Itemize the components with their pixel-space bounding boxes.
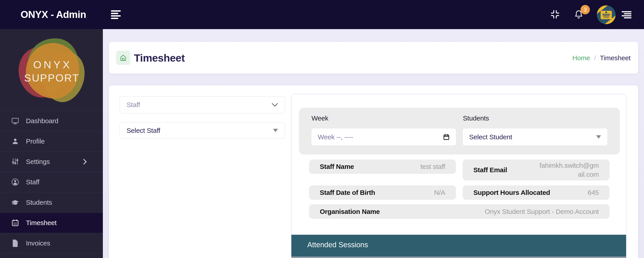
attended-sessions-header: Attended Sessions bbox=[291, 235, 626, 257]
home-icon bbox=[119, 54, 127, 62]
staff-email-value: fahimkh.switch@gmail.com bbox=[539, 161, 599, 179]
sliders-icon bbox=[11, 158, 19, 166]
sidebar-item-label: Invoices bbox=[26, 239, 50, 247]
person-icon bbox=[11, 137, 19, 145]
sidebar-item-label: Dashboard bbox=[26, 117, 58, 125]
content-area: Timesheet Home / Timesheet Staff Select … bbox=[103, 29, 644, 258]
page-header-card: Timesheet Home / Timesheet bbox=[109, 41, 638, 74]
sidebar-toggle-icon[interactable] bbox=[111, 10, 121, 19]
select-staff-dropdown[interactable]: Select Staff bbox=[120, 122, 285, 139]
select-student-dropdown[interactable]: Select Student bbox=[463, 128, 607, 145]
sidebar-item-profile[interactable]: Profile bbox=[0, 131, 103, 151]
week-input-placeholder: Week --, ---- bbox=[318, 133, 353, 141]
sidebar-item-settings[interactable]: Settings bbox=[0, 151, 103, 172]
week-students-filter-panel: Week Week --, ---- Students Select Stude… bbox=[299, 108, 620, 155]
organisation-name-row: Organisation Name Onyx Student Support -… bbox=[309, 204, 610, 219]
staff-dob-label: Staff Date of Birth bbox=[320, 189, 375, 196]
sidebar-item-staff[interactable]: Staff bbox=[0, 172, 103, 192]
organisation-name-label: Organisation Name bbox=[320, 208, 380, 215]
sidebar-item-timesheet[interactable]: Timesheet bbox=[0, 212, 103, 233]
logo-text-line1: ONYX bbox=[31, 58, 72, 71]
sidebar-item-invoices[interactable]: Invoices bbox=[0, 233, 103, 253]
staff-email-row: Staff Email fahimkh.switch@gmail.com bbox=[463, 160, 610, 181]
staff-email-label: Staff Email bbox=[474, 166, 507, 174]
file-icon bbox=[11, 239, 19, 247]
staff-select-placeholder: Staff bbox=[126, 101, 140, 109]
graduation-cap-icon bbox=[11, 198, 19, 206]
attended-sessions-title: Attended Sessions bbox=[307, 240, 368, 249]
page-title: Timesheet bbox=[134, 42, 185, 74]
sidebar-item-label: Staff bbox=[26, 178, 39, 186]
logo-text-line2: SUPPORT bbox=[24, 72, 80, 84]
breadcrumb-home-link[interactable]: Home bbox=[572, 54, 590, 62]
week-date-input[interactable]: Week --, ---- bbox=[312, 128, 456, 145]
account-circle-icon bbox=[11, 178, 19, 186]
caret-down-icon bbox=[273, 129, 278, 132]
notification-count-badge[interactable]: 3 bbox=[580, 5, 590, 14]
staff-name-row: Staff Name test staff bbox=[309, 160, 456, 174]
sidebar-item-label: Settings bbox=[26, 158, 50, 166]
caret-down-icon bbox=[596, 135, 601, 139]
staff-type-select[interactable]: Staff bbox=[120, 96, 285, 113]
sidebar-item-label: Students bbox=[26, 199, 52, 206]
staff-dob-value: N/A bbox=[434, 189, 445, 196]
support-hours-row: Support Hours Allocated 645 bbox=[463, 185, 610, 200]
calendar-icon bbox=[11, 219, 19, 227]
fullscreen-compress-icon[interactable] bbox=[550, 10, 560, 19]
sidebar-item-dashboard[interactable]: Dashboard bbox=[0, 111, 103, 131]
breadcrumb: Home / Timesheet bbox=[572, 42, 630, 74]
support-hours-value: 645 bbox=[588, 189, 599, 196]
select-staff-value: Select Staff bbox=[126, 127, 160, 134]
sidebar-item-label: Profile bbox=[26, 138, 45, 145]
home-icon-button[interactable] bbox=[116, 51, 130, 65]
settings-menu-icon[interactable] bbox=[622, 11, 632, 18]
onyx-support-logo: ONYX SUPPORT bbox=[18, 38, 84, 105]
sidebar-nav: Dashboard Profile Settings bbox=[0, 111, 103, 253]
sidebar-item-students[interactable]: Students bbox=[0, 192, 103, 212]
breadcrumb-current: Timesheet bbox=[600, 54, 630, 62]
support-hours-label: Support Hours Allocated bbox=[474, 189, 550, 196]
staff-details-panel: Week Week --, ---- Students Select Stude… bbox=[291, 94, 626, 258]
app-title: ONYX - Admin bbox=[20, 0, 86, 29]
monitor-icon bbox=[11, 117, 19, 125]
organisation-name-value: Onyx Student Support - Demo Account bbox=[485, 208, 599, 215]
staff-dob-row: Staff Date of Birth N/A bbox=[309, 185, 456, 200]
select-student-value: Select Student bbox=[469, 133, 512, 141]
chevron-down-icon bbox=[272, 103, 278, 107]
staff-name-label: Staff Name bbox=[320, 163, 354, 170]
breadcrumb-separator: / bbox=[594, 54, 596, 62]
week-label: Week bbox=[312, 114, 328, 122]
app-header: ONYX - Admin 3 bbox=[0, 0, 644, 29]
user-avatar[interactable] bbox=[597, 5, 616, 24]
chevron-right-icon bbox=[83, 159, 87, 165]
staff-name-value: test staff bbox=[420, 163, 445, 170]
sidebar: ONYX SUPPORT Dashboard Profile bbox=[0, 29, 103, 258]
students-label: Students bbox=[463, 114, 489, 122]
timesheet-card: Staff Select Staff Week Week --, ---- bbox=[109, 85, 638, 258]
sidebar-item-label: Timesheet bbox=[26, 219, 56, 227]
calendar-picker-icon[interactable] bbox=[443, 134, 450, 141]
